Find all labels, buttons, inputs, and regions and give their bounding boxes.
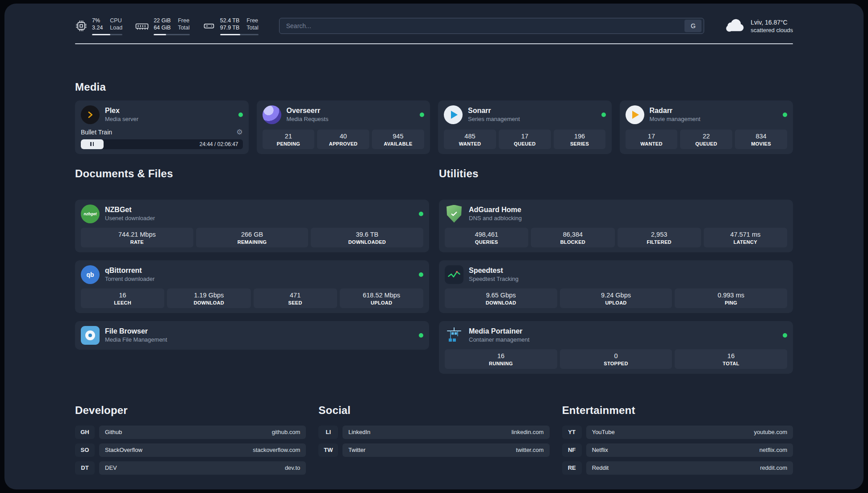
- app-card-nzbget[interactable]: nzbget NZBGet Usenet downloader 744.21 M…: [75, 200, 429, 252]
- bookmark-abbr[interactable]: LI: [318, 426, 338, 439]
- memory-total-value: 64 GiB: [154, 24, 171, 31]
- stat-value: 47.571 ms: [730, 231, 761, 238]
- bookmark-github[interactable]: GH Github github.com: [75, 426, 306, 439]
- app-name: AdGuard Home: [469, 206, 522, 214]
- search-input[interactable]: [285, 22, 685, 30]
- stat-downloaded: 39.6 TB DOWNLOADED: [311, 228, 423, 247]
- qbittorrent-icon-text: qb: [86, 271, 94, 278]
- bookmark-url: netflix.com: [760, 447, 787, 453]
- section-title-utilities: Utilities: [439, 167, 793, 180]
- bookmark-abbr[interactable]: TW: [318, 443, 338, 457]
- stat-download: 9.65 Gbps DOWNLOAD: [445, 288, 557, 308]
- stat-value: 945: [392, 133, 403, 140]
- cpu-label-top: CPU: [110, 17, 122, 24]
- app-name: Speedtest: [469, 267, 518, 275]
- stat-download: 1.19 Gbps DOWNLOAD: [167, 288, 250, 308]
- stat-remaining: 266 GB REMAINING: [196, 228, 309, 247]
- bookmark-reddit[interactable]: RE Reddit reddit.com: [562, 461, 793, 475]
- cloud-icon: [725, 18, 745, 34]
- app-subtitle: Media File Management: [105, 336, 167, 343]
- stat-label: DOWNLOAD: [486, 300, 516, 305]
- stat-label: TOTAL: [723, 361, 739, 366]
- bookmark-abbr[interactable]: RE: [562, 461, 582, 475]
- stat-label: QUERIES: [475, 239, 498, 245]
- bookmark-abbr[interactable]: YT: [562, 426, 582, 439]
- memory-monitor: 22 GiB 64 GiB Free Total: [135, 17, 190, 35]
- bookmark-url: reddit.com: [760, 464, 787, 471]
- app-name: Plex: [105, 107, 138, 115]
- app-card-qbittorrent[interactable]: qb qBittorrent Torrent downloader 16 LEE…: [75, 260, 429, 313]
- app-card-plex[interactable]: Plex Media server Bullet Train ⚙ 24:44 /…: [75, 100, 249, 154]
- status-dot: [601, 113, 606, 117]
- app-subtitle: Usenet downloader: [105, 215, 155, 221]
- bookmark-stackoverflow[interactable]: SO StackOverflow stackoverflow.com: [75, 443, 306, 457]
- bookmark-abbr[interactable]: GH: [75, 426, 95, 439]
- status-dot: [420, 113, 424, 117]
- app-card-adguard[interactable]: AdGuard Home DNS and adblocking 498,461 …: [439, 200, 793, 252]
- bookmark-abbr[interactable]: DT: [75, 461, 95, 475]
- playback-time: 24:44 / 02:06:47: [200, 141, 238, 147]
- memory-label-top: Free: [178, 17, 189, 24]
- bookmark-twitter[interactable]: TW Twitter twitter.com: [318, 443, 549, 457]
- cpu-percent: 7%: [92, 17, 103, 24]
- section-media: Media Plex Media server Bullet Train: [75, 81, 793, 154]
- stat-value: 40: [340, 133, 347, 140]
- bookmark-abbr[interactable]: SO: [75, 443, 95, 457]
- app-card-sonarr[interactable]: Sonarr Series management 485 WANTED 17 Q…: [438, 100, 612, 154]
- stat-available: 945 AVAILABLE: [372, 130, 424, 149]
- bookmark-abbr[interactable]: NF: [562, 443, 582, 457]
- nzbget-icon: nzbget: [81, 205, 100, 223]
- bookmark-youtube[interactable]: YT YouTube youtube.com: [562, 426, 793, 439]
- playback-seek-bar[interactable]: 24:44 / 02:06:47: [81, 139, 243, 149]
- bookmark-dev[interactable]: DT DEV dev.to: [75, 461, 306, 475]
- app-card-portainer[interactable]: Media Portainer Container management 16 …: [439, 321, 793, 374]
- bookmark-netflix[interactable]: NF Netflix netflix.com: [562, 443, 793, 457]
- stat-ping: 0.993 ms PING: [675, 288, 787, 308]
- section-utilities: Utilities AdGuard Home DNS and adblockin…: [439, 167, 793, 374]
- qbittorrent-icon: qb: [81, 265, 100, 284]
- storage-free-value: 52.4 TB: [220, 17, 240, 24]
- bookmark-url: stackoverflow.com: [253, 447, 300, 453]
- cpu-monitor: 7% 3.24 CPU Load: [75, 17, 122, 35]
- app-card-speedtest[interactable]: Speedtest Speedtest Tracking 9.65 Gbps D…: [439, 260, 793, 313]
- app-card-radarr[interactable]: Radarr Movie management 17 WANTED 22 QUE…: [620, 100, 793, 154]
- stat-queries: 498,461 QUERIES: [445, 228, 528, 247]
- stat-label: DOWNLOAD: [194, 300, 224, 305]
- storage-monitor: 52.4 TB 97.9 TB Free Total: [202, 17, 259, 35]
- bookmark-linkedin[interactable]: LI LinkedIn linkedin.com: [318, 426, 549, 439]
- app-card-overseerr[interactable]: Overseerr Media Requests 21 PENDING 40 A…: [257, 100, 430, 154]
- section-documents: Documents & Files nzbget NZBGet Usenet d…: [75, 167, 429, 374]
- stat-value: 39.6 TB: [356, 231, 379, 238]
- stat-value: 16: [727, 352, 734, 359]
- memory-icon: [135, 20, 149, 32]
- stat-value: 196: [574, 133, 585, 140]
- stat-label: RATE: [130, 239, 144, 245]
- app-name: NZBGet: [105, 206, 155, 214]
- storage-progress-bar: [220, 34, 259, 35]
- pause-button[interactable]: [81, 139, 104, 149]
- stat-label: QUEUED: [514, 141, 536, 146]
- weather-widget: Lviv, 16.87°C scattered clouds: [725, 18, 793, 34]
- stat-leech: 16 LEECH: [81, 288, 164, 308]
- cpu-load-value: 3.24: [92, 24, 103, 31]
- status-dot: [419, 272, 423, 277]
- app-name: qBittorrent: [105, 267, 154, 275]
- app-name: File Browser: [105, 327, 167, 335]
- stat-value: 2,953: [651, 231, 667, 238]
- bookmark-url: twitter.com: [516, 447, 544, 453]
- app-subtitle: DNS and adblocking: [469, 215, 522, 221]
- stat-value: 9.65 Gbps: [486, 292, 516, 299]
- bookmark-name: Github: [105, 429, 122, 435]
- app-card-filebrowser[interactable]: File Browser Media File Management: [75, 321, 429, 350]
- bookmark-name: StackOverflow: [105, 447, 142, 453]
- stat-label: SERIES: [570, 141, 589, 146]
- stat-label: REMAINING: [238, 239, 267, 245]
- stat-label: MOVIES: [751, 141, 771, 146]
- dashboard-window: 7% 3.24 CPU Load: [4, 4, 864, 489]
- search-engine-button[interactable]: G: [684, 20, 701, 32]
- stat-upload: 9.24 Gbps UPLOAD: [560, 288, 672, 308]
- stat-upload: 618.52 Mbps UPLOAD: [340, 288, 423, 308]
- stat-label: QUEUED: [695, 141, 717, 146]
- storage-label-top: Free: [246, 17, 258, 24]
- gear-icon[interactable]: ⚙: [236, 129, 242, 136]
